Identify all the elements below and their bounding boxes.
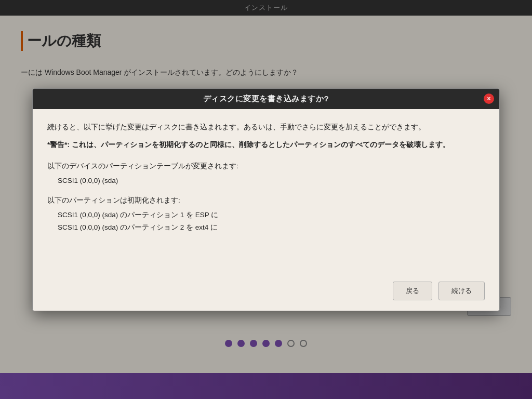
modal-back-button[interactable]: 戻る: [393, 282, 432, 300]
partition-item-1: SCSI1 (0,0,0) (sda) のパーティション 1 を ESP に: [58, 209, 485, 221]
modal-body: 続けると、以下に挙げた変更はディスクに書き込まれます。あるいは、手動でさらに変更…: [33, 109, 499, 275]
modal-dialog: ディスクに変更を書き込みますか? × 続けると、以下に挙げた変更はディスクに書き…: [32, 88, 500, 311]
partition-item-2: SCSI1 (0,0,0) (sda) のパーティション 2 を ext4 に: [58, 221, 485, 234]
partition-section-title: 以下のパーティションは初期化されます:: [47, 195, 485, 207]
modal-continue-button[interactable]: 続ける: [438, 282, 485, 300]
modal-title: ディスクに変更を書き込みますか?: [203, 94, 329, 104]
device-section-title: 以下のデバイスのパーティションテーブルが変更されます:: [47, 161, 485, 172]
modal-overlay: ディスクに変更を書き込みますか? × 続けると、以下に挙げた変更はディスクに書き…: [0, 0, 532, 399]
background-screen: インストール ールの種類 ーには Windows Boot Manager がイ…: [0, 0, 532, 399]
partition-section: 以下のパーティションは初期化されます: SCSI1 (0,0,0) (sda) …: [47, 195, 485, 234]
device-section: 以下のデバイスのパーティションテーブルが変更されます: SCSI1 (0,0,0…: [47, 161, 485, 187]
modal-footer: 戻る 続ける: [33, 275, 499, 311]
device-item: SCSI1 (0,0,0) (sda): [58, 175, 485, 187]
modal-titlebar: ディスクに変更を書き込みますか? ×: [33, 89, 499, 109]
modal-intro-text: 続けると、以下に挙げた変更はディスクに書き込まれます。あるいは、手動でさらに変更…: [47, 122, 485, 134]
modal-warning-text: *警告*: これは、パーティションを初期化するのと同様に、削除するとしたパーティ…: [47, 139, 485, 151]
modal-close-button[interactable]: ×: [484, 94, 494, 104]
